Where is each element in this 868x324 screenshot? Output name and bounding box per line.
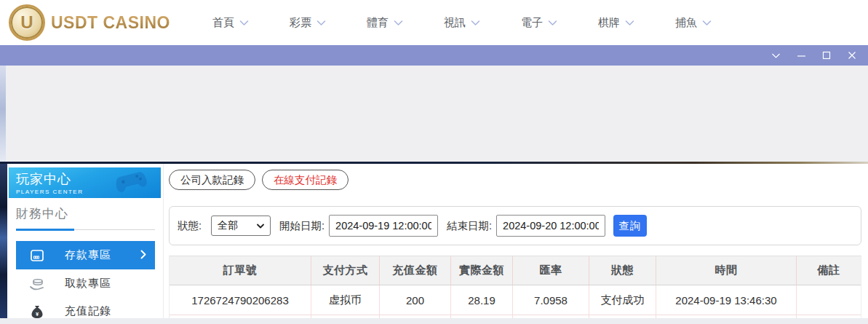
left-background-strip (0, 164, 7, 318)
nav-item-home[interactable]: 首頁 (212, 16, 249, 30)
table-header-row: 訂單號 支付方式 充值金額 實際金額 匯率 狀態 時間 備註 (170, 256, 861, 285)
empty-content-band (0, 66, 868, 162)
chevron-down-icon (625, 20, 634, 26)
withdraw-hand-icon (29, 276, 45, 292)
page-bottom-strip (0, 318, 868, 324)
finance-center-section-title: 財務中心 (16, 205, 68, 222)
col-order-number: 訂單號 (170, 256, 311, 285)
chevron-down-icon (702, 20, 712, 26)
status-label: 狀態: (178, 219, 202, 233)
nav-item-fishing[interactable]: 捕魚 (675, 16, 712, 30)
sidebar-item-deposit[interactable]: 存款專區 (16, 241, 155, 269)
col-time: 時間 (656, 256, 797, 285)
sidebar-item-label: 取款專區 (65, 277, 111, 291)
sidebar: 玩家中心 PLAYERS CENTER 財務中心 (7, 164, 164, 318)
col-remarks: 備註 (797, 256, 861, 285)
cell-exchange-rate: 7.0958 (513, 285, 589, 315)
chevron-down-icon (316, 20, 326, 26)
top-nav: U USDT CASINO 首頁 彩票 體育 視訊 電子 (0, 0, 868, 45)
money-bag-icon: ¥ (29, 304, 45, 320)
nav-item-cards[interactable]: 棋牌 (598, 16, 634, 30)
table-row: 1726724790206283 虚拟币 200 28.19 7.0958 支付… (170, 285, 861, 315)
nav-item-lottery[interactable]: 彩票 (290, 16, 326, 30)
col-actual-amount: 實際金額 (451, 256, 513, 285)
col-status: 狀態 (589, 256, 656, 285)
start-date-label: 開始日期: (279, 219, 324, 233)
window-title-bar (0, 45, 868, 66)
brand-name: USDT CASINO (51, 13, 170, 33)
end-date-input[interactable] (496, 215, 605, 237)
cell-recharge-amount: 200 (380, 285, 451, 315)
col-payment-method: 支付方式 (311, 256, 380, 285)
nav-item-sports[interactable]: 體育 (367, 16, 403, 30)
cell-actual-amount: 28.19 (451, 285, 513, 315)
maximize-icon[interactable] (821, 50, 832, 61)
start-date-input[interactable] (329, 215, 438, 237)
status-select[interactable]: 全部 (211, 216, 271, 236)
cell-payment-method: 虚拟币 (311, 285, 380, 315)
nav-item-video[interactable]: 視訊 (444, 16, 480, 30)
left-edge-decoration (0, 66, 6, 162)
deposit-card-icon (29, 248, 45, 264)
coin-logo-icon: U (9, 4, 45, 41)
records-table: 訂單號 支付方式 充值金額 實際金額 匯率 狀態 時間 備註 172672479… (169, 256, 861, 320)
logo-letter: U (20, 12, 33, 33)
players-center-header: 玩家中心 PLAYERS CENTER (9, 167, 161, 198)
cell-status: 支付成功 (589, 285, 656, 315)
nav-item-slots[interactable]: 電子 (521, 16, 557, 30)
tab-company-deposit-records[interactable]: 公司入款記錄 (169, 170, 255, 190)
sidebar-item-withdraw[interactable]: 取款專區 (16, 269, 155, 298)
section-divider (16, 229, 155, 231)
chevron-right-icon (140, 250, 146, 259)
chevron-down-icon (257, 224, 264, 229)
cell-time: 2024-09-19 13:46:30 (656, 285, 797, 315)
brand-logo[interactable]: U USDT CASINO (9, 4, 170, 41)
chevron-down-icon (471, 20, 480, 26)
chevron-down-icon[interactable] (770, 50, 781, 61)
query-button[interactable]: 查詢 (613, 215, 647, 237)
main-panel: 公司入款記錄 在線支付記錄 狀態: 全部 開始日期: 結束日期: 查詢 訂單號 … (164, 164, 868, 318)
end-date-label: 結束日期: (447, 219, 492, 233)
nav-menu: 首頁 彩票 體育 視訊 電子 棋牌 (212, 16, 712, 30)
status-selected-value: 全部 (218, 219, 238, 232)
cell-remarks (797, 285, 861, 315)
record-tabs: 公司入款記錄 在線支付記錄 (169, 170, 349, 190)
filter-bar: 狀態: 全部 開始日期: 結束日期: 查詢 (169, 206, 861, 245)
app-window: U USDT CASINO 首頁 彩票 體育 視訊 電子 (0, 0, 868, 324)
sidebar-item-label: 充值記錄 (65, 304, 111, 318)
col-recharge-amount: 充值金額 (380, 256, 451, 285)
minimize-icon[interactable] (795, 50, 807, 61)
cell-order-number: 1726724790206283 (170, 285, 311, 315)
content-frame: 玩家中心 PLAYERS CENTER 財務中心 (0, 162, 868, 318)
close-icon[interactable] (846, 50, 858, 61)
sidebar-item-label: 存款專區 (65, 248, 111, 262)
chevron-down-icon (239, 20, 249, 26)
tab-online-payment-records[interactable]: 在線支付記錄 (262, 170, 349, 190)
chevron-down-icon (394, 20, 403, 26)
col-exchange-rate: 匯率 (513, 256, 589, 285)
chevron-down-icon (548, 20, 557, 26)
